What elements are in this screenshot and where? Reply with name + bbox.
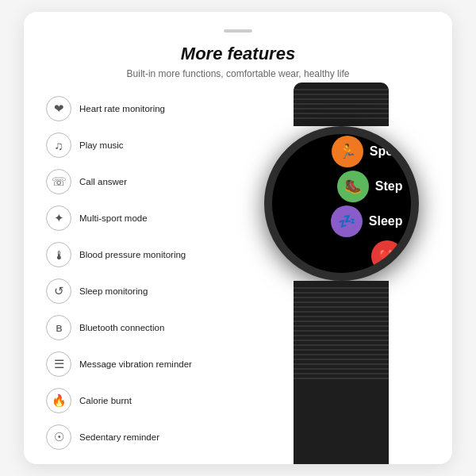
page-title: More features <box>181 44 295 64</box>
watch-step-item: 🥾 Step <box>337 171 403 202</box>
extra-icon-circle: ❤️ <box>371 240 403 272</box>
feature-label-multi-sport: Multi-sport mode <box>79 213 148 225</box>
feature-label-bluetooth: Bluetooth connection <box>79 322 164 334</box>
feature-label-message-vibration: Message vibration reminder <box>79 359 192 370</box>
feature-item-message-vibration: ☰Message vibration reminder <box>46 346 198 382</box>
feature-card: More features Built-in more functions, c… <box>24 12 452 464</box>
watch-sport-item: 🏃 Sport <box>332 136 403 167</box>
feature-icon-message-vibration: ☰ <box>46 351 71 377</box>
feature-item-calorie-burnt: 🔥Calorie burnt <box>46 382 198 419</box>
feature-icon-heart-rate: ❤ <box>46 96 71 121</box>
feature-item-sleep-monitoring: ↺Sleep monitoring <box>46 273 198 309</box>
feature-item-sedentary-reminder: ☉Sedentary reminder <box>46 419 198 455</box>
feature-icon-sleep-monitoring: ↺ <box>46 278 71 304</box>
feature-label-call-answer: Call answer <box>79 176 127 188</box>
feature-label-sleep-monitoring: Sleep monitoring <box>79 286 148 298</box>
page-subtitle: Built-in more functions, comfortable wea… <box>127 68 350 79</box>
watch-extra-item: ❤️ <box>371 240 403 272</box>
feature-item-play-music: ♫Play music <box>46 127 198 163</box>
feature-icon-calorie-burnt: 🔥 <box>46 388 71 413</box>
sleep-label: Sleep <box>369 214 403 228</box>
features-list: ❤Heart rate monitoring♫Play music☏Call a… <box>24 90 198 456</box>
sport-icon-circle: 🏃 <box>332 136 363 167</box>
feature-item-multi-sport: ✦Multi-sport mode <box>46 200 198 236</box>
top-dash-indicator <box>224 29 252 33</box>
feature-icon-call-answer: ☏ <box>46 169 71 194</box>
content-row: ❤Heart rate monitoring♫Play music☏Call a… <box>24 90 452 456</box>
feature-item-call-answer: ☏Call answer <box>46 163 198 200</box>
feature-item-blood-pressure: 🌡Blood pressure monitoring <box>46 236 198 273</box>
sport-label: Sport <box>370 144 403 159</box>
watch-sleep-item: 💤 Sleep <box>331 205 403 237</box>
feature-icon-multi-sport: ✦ <box>46 205 71 231</box>
feature-icon-blood-pressure: 🌡 <box>46 242 71 267</box>
step-icon-circle: 🥾 <box>337 171 369 202</box>
feature-icon-play-music: ♫ <box>46 132 71 158</box>
feature-item-bluetooth: ʙBluetooth connection <box>46 309 198 346</box>
feature-label-heart-rate: Heart rate monitoring <box>79 103 165 115</box>
feature-label-blood-pressure: Blood pressure monitoring <box>79 249 186 261</box>
watch-area: 🏃 Sport 🥾 Step 💤 Sleep ❤️ <box>206 83 452 464</box>
step-label: Step <box>375 179 403 194</box>
feature-label-calorie-burnt: Calorie burnt <box>79 395 132 407</box>
feature-label-sedentary-reminder: Sedentary reminder <box>79 432 159 443</box>
feature-icon-bluetooth: ʙ <box>46 315 71 340</box>
feature-icon-sedentary-reminder: ☉ <box>46 424 71 450</box>
sleep-icon-circle: 💤 <box>331 205 363 237</box>
feature-item-heart-rate: ❤Heart rate monitoring <box>46 90 198 127</box>
feature-label-play-music: Play music <box>79 140 124 152</box>
